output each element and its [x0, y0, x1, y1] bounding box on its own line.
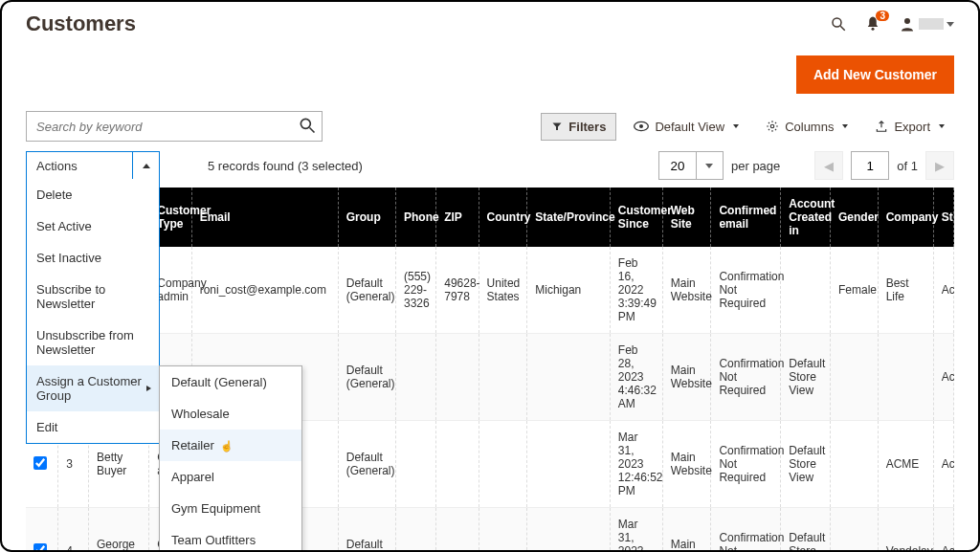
column-header[interactable]: Group [338, 188, 395, 247]
cell: Default (General) [338, 508, 395, 553]
cell [527, 508, 611, 553]
cell [26, 508, 58, 553]
column-header[interactable]: Phone [395, 188, 435, 247]
actions-menu-item[interactable]: Delete [27, 179, 159, 210]
cell: Default (General) [338, 247, 395, 334]
row-checkbox[interactable] [33, 543, 47, 553]
cell: Feb 16, 2022 3:39:49 PM [610, 247, 662, 334]
cell: Confirmation Not Required [711, 334, 781, 421]
column-header[interactable]: Country [479, 188, 527, 247]
submenu-item[interactable]: Retailer ☝ [160, 430, 301, 461]
actions-menu-item[interactable]: Set Inactive [27, 242, 159, 274]
column-header[interactable]: ZIP [436, 188, 479, 247]
column-header[interactable]: Web Site [662, 188, 711, 247]
cell [436, 421, 479, 508]
cell: 49628-7978 [436, 247, 479, 334]
per-page-label: per page [731, 159, 780, 173]
cell: Feb 28, 2023 4:46:32 AM [610, 334, 662, 421]
actions-menu-item[interactable]: Set Active [27, 210, 159, 242]
cell: Vandelay [878, 508, 933, 553]
cell [527, 334, 611, 421]
column-header[interactable]: Email [191, 188, 338, 247]
cell: Default Store View [781, 334, 831, 421]
column-header[interactable]: Company [878, 188, 933, 247]
cell [479, 508, 527, 553]
actions-menu-item[interactable]: Subscribe to Newsletter [27, 274, 159, 320]
cell: George Costanza [88, 508, 148, 553]
submenu-item[interactable]: Apparel [160, 461, 301, 493]
gear-icon [766, 120, 779, 133]
cell: Default (General) [338, 421, 395, 508]
cell [436, 334, 479, 421]
cell [831, 421, 879, 508]
next-page-button[interactable]: ▶ [925, 151, 954, 180]
cell [831, 334, 879, 421]
column-header[interactable]: Confirmed email [711, 188, 781, 247]
cell: ACME [878, 421, 933, 508]
svg-point-0 [833, 18, 841, 27]
actions-menu-item[interactable]: Edit [27, 411, 159, 443]
cell: Main Website [662, 334, 711, 421]
submenu-item[interactable]: Default (General) [160, 366, 301, 398]
notification-icon[interactable]: 3 [864, 15, 881, 33]
cell: Michigan [527, 247, 611, 334]
cell: 4 [58, 508, 89, 553]
cell: Mar 31, 2023 12:51:44 PM [610, 508, 662, 553]
cell: Default Store View [781, 421, 831, 508]
caret-down-icon [939, 124, 945, 128]
caret-down-icon [842, 124, 848, 128]
cell: Default Store View [781, 508, 831, 553]
submenu-item[interactable]: Wholesale [160, 398, 301, 430]
current-page-input[interactable] [851, 151, 889, 180]
row-checkbox[interactable] [33, 456, 47, 470]
default-view-button[interactable]: Default View [624, 113, 748, 141]
chevron-up-icon [143, 164, 150, 168]
filters-button[interactable]: Filters [541, 113, 616, 141]
cell: Ac [933, 508, 953, 553]
cell [479, 334, 527, 421]
column-header[interactable]: State/Province [527, 188, 611, 247]
svg-line-5 [310, 128, 315, 133]
cell: Main Website [662, 247, 711, 334]
export-button[interactable]: Export [865, 113, 954, 141]
cell: Main Website [662, 508, 711, 553]
svg-line-1 [840, 26, 845, 31]
submenu-item[interactable]: Gym Equipment [160, 493, 301, 524]
cell: (555) 229-3326 [395, 247, 435, 334]
customer-group-submenu: Default (General)WholesaleRetailer ☝Appa… [159, 365, 302, 552]
actions-menu-item[interactable]: Unsubscribe from Newsletter [27, 320, 159, 365]
cell: Ac [933, 421, 953, 508]
cell: Best Life [878, 247, 933, 334]
user-menu[interactable] [899, 15, 954, 33]
column-header[interactable]: Customer Since [610, 188, 662, 247]
caret-down-icon [733, 124, 739, 128]
records-found-label: 5 records found (3 selected) [208, 159, 363, 173]
search-icon[interactable] [830, 15, 847, 33]
actions-dropdown[interactable]: Actions [26, 151, 160, 180]
column-header[interactable]: Account Created in [781, 188, 831, 247]
cell: Confirmation Not Required [711, 421, 781, 508]
cell [479, 421, 527, 508]
export-icon [875, 120, 888, 133]
actions-menu-item[interactable]: Assign a Customer GroupDefault (General)… [27, 365, 159, 411]
eye-icon [634, 121, 649, 132]
search-input[interactable] [26, 111, 323, 142]
page-of-label: of 1 [897, 159, 918, 173]
table-row[interactable]: Company adminroni_cost@example.comDefaul… [26, 247, 954, 334]
per-page-dropdown[interactable] [697, 151, 724, 180]
submenu-item[interactable]: Team Outfitters [160, 524, 301, 552]
cell: roni_cost@example.com [191, 247, 338, 334]
columns-button[interactable]: Columns [756, 113, 858, 141]
caret-down-icon [947, 22, 954, 27]
page-title: Customers [26, 11, 136, 36]
search-submit-icon[interactable] [298, 116, 317, 135]
per-page-input[interactable] [658, 151, 697, 180]
cell [395, 334, 435, 421]
cell: Mar 31, 2023 12:46:52 PM [610, 421, 662, 508]
svg-point-2 [872, 28, 875, 31]
column-header[interactable]: Gender [831, 188, 879, 247]
add-new-customer-button[interactable]: Add New Customer [796, 55, 954, 94]
cell: Confirmation Not Required [711, 508, 781, 553]
prev-page-button[interactable]: ◀ [814, 151, 843, 180]
notification-count: 3 [876, 11, 889, 21]
